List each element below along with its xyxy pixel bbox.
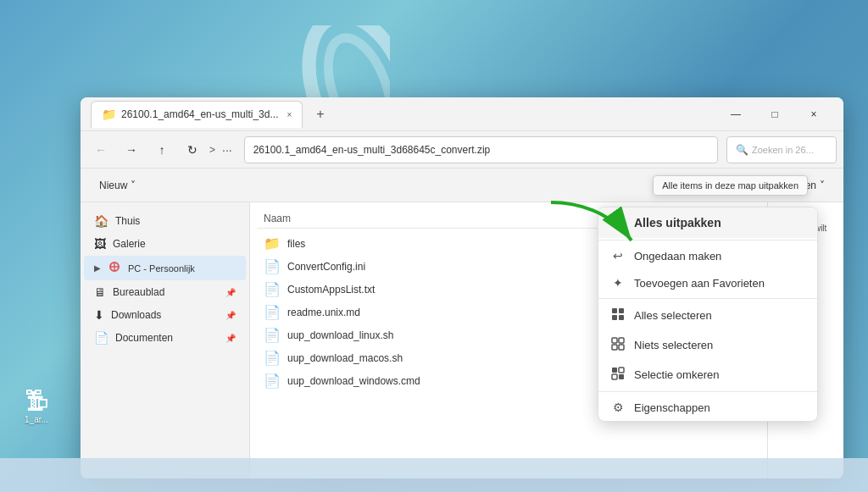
sidebar-label-galerie: Galerie bbox=[113, 238, 146, 250]
sh-file-icon: 📄 bbox=[264, 327, 281, 343]
desktop-icon-sidebar: 🖥 bbox=[94, 285, 106, 299]
sidebar-item-bureaublad[interactable]: 🖥 Bureaublad 📌 bbox=[84, 281, 246, 303]
file-name-readme: 📄 readme.unix.md bbox=[264, 304, 482, 320]
back-button[interactable]: ← bbox=[87, 136, 114, 163]
file-name-windows: 📄 uup_download_windows.cmd bbox=[264, 373, 482, 389]
sort-chevron: ˅ bbox=[820, 180, 825, 191]
desktop-file-icon[interactable]: 🗜 1_ar... bbox=[7, 387, 66, 424]
sidebar-label-bureaublad: Bureaublad bbox=[113, 286, 164, 298]
file-label-linux: uup_download_linux.sh bbox=[287, 329, 393, 341]
window-controls: — □ × bbox=[716, 101, 833, 128]
sidebar: 🏠 Thuis 🖼 Galerie ▶ bbox=[81, 202, 250, 478]
svg-rect-7 bbox=[612, 338, 617, 343]
menu-item-alles-selecteren[interactable]: Alles selecteren bbox=[598, 301, 817, 330]
menu-divider-3 bbox=[598, 391, 817, 392]
sidebar-item-galerie[interactable]: 🖼 Galerie bbox=[84, 233, 246, 255]
tab-close-button[interactable]: × bbox=[287, 110, 292, 119]
sh-macos-file-icon: 📄 bbox=[264, 350, 281, 366]
title-bar: 📁 26100.1_amd64_en-us_multi_3d... × + — … bbox=[81, 97, 843, 131]
file-name-linux: 📄 uup_download_linux.sh bbox=[264, 327, 482, 343]
file-label-macos: uup_download_macos.sh bbox=[287, 352, 403, 364]
file-label-convertconfig: ConvertConfig.ini bbox=[287, 261, 365, 273]
new-chevron: ˅ bbox=[131, 180, 136, 191]
sidebar-label-downloads: Downloads bbox=[111, 309, 161, 321]
svg-rect-6 bbox=[619, 315, 624, 320]
ini-file-icon: 📄 bbox=[264, 258, 281, 274]
downloads-icon: ⬇ bbox=[94, 308, 104, 322]
menu-label-alles-uitpakken: Alles uitpakken bbox=[634, 216, 721, 229]
forward-button[interactable]: → bbox=[118, 136, 145, 163]
documents-icon: 📄 bbox=[94, 331, 108, 345]
desktop: 🗜 1_ar... 📁 26100.1_amd64_en-us_multi_3d… bbox=[0, 0, 868, 492]
file-label-customapps: CustomAppsList.txt bbox=[287, 284, 375, 296]
menu-label-favorieten: Toevoegen aan Favorieten bbox=[634, 277, 765, 290]
context-menu: 📦 Alles uitpakken ↩ Ongedaan maken ✦ Toe… bbox=[598, 207, 818, 422]
menu-item-niets-selecteren[interactable]: Niets selecteren bbox=[598, 330, 817, 360]
svg-rect-14 bbox=[619, 374, 624, 379]
tooltip: Alle items in deze map uitpakken bbox=[653, 175, 808, 196]
svg-rect-12 bbox=[619, 368, 624, 373]
svg-rect-8 bbox=[619, 338, 624, 343]
file-name-convertconfig: 📄 ConvertConfig.ini bbox=[264, 258, 482, 274]
search-bar[interactable]: 🔍 Zoeken in 26... bbox=[726, 136, 837, 163]
command-bar: Nieuw ˅ Sorteren ˅ Alle items in deze ma… bbox=[81, 169, 843, 202]
taskbar bbox=[0, 458, 868, 492]
pin-icon-documenten: 📌 bbox=[225, 334, 236, 343]
menu-item-selectie-omkeren[interactable]: Selectie omkeren bbox=[598, 360, 817, 390]
svg-rect-10 bbox=[619, 345, 624, 350]
sidebar-item-thuis[interactable]: 🏠 Thuis bbox=[84, 210, 246, 232]
maximize-button[interactable]: □ bbox=[755, 101, 794, 128]
toolbar: ← → ↑ ↻ > ··· 26100.1_amd64_en-us_multi_… bbox=[81, 131, 843, 169]
new-button[interactable]: Nieuw ˅ bbox=[91, 174, 144, 197]
menu-item-ongedaan[interactable]: ↩ Ongedaan maken bbox=[598, 242, 817, 269]
select-none-icon bbox=[610, 337, 626, 353]
breadcrumb-chevron: > bbox=[209, 144, 215, 156]
menu-item-eigenschappen[interactable]: ⚙ Eigenschappen bbox=[598, 394, 817, 421]
explorer-tab[interactable]: 📁 26100.1_amd64_en-us_multi_3d... × bbox=[91, 101, 303, 128]
expand-icon: ▶ bbox=[94, 263, 101, 273]
more-button[interactable]: ··· bbox=[219, 140, 236, 160]
home-icon: 🏠 bbox=[94, 214, 108, 228]
minimize-button[interactable]: — bbox=[716, 101, 755, 128]
svg-rect-13 bbox=[612, 374, 617, 379]
pc-icon bbox=[108, 260, 121, 276]
file-label-windows: uup_download_windows.cmd bbox=[287, 375, 420, 387]
refresh-button[interactable]: ↻ bbox=[179, 136, 206, 163]
svg-rect-4 bbox=[619, 308, 624, 313]
menu-label-eigenschappen: Eigenschappen bbox=[634, 401, 710, 414]
address-bar[interactable]: 26100.1_amd64_en-us_multi_3d68645c_conve… bbox=[244, 136, 718, 163]
file-label-readme: readme.unix.md bbox=[287, 307, 360, 318]
pin-icon-bureaublad: 📌 bbox=[225, 288, 236, 297]
properties-icon: ⚙ bbox=[610, 401, 626, 414]
search-placeholder: Zoeken in 26... bbox=[752, 145, 814, 155]
file-name-macos: 📄 uup_download_macos.sh bbox=[264, 350, 482, 366]
file-label-files: files bbox=[287, 238, 305, 250]
menu-label-alles-selecteren: Alles selecteren bbox=[634, 309, 712, 322]
menu-item-alles-uitpakken[interactable]: 📦 Alles uitpakken bbox=[598, 207, 817, 238]
tab-folder-icon: 📁 bbox=[102, 108, 116, 121]
svg-rect-5 bbox=[612, 315, 617, 320]
up-button[interactable]: ↑ bbox=[148, 136, 175, 163]
extract-icon: 📦 bbox=[610, 216, 626, 229]
menu-divider-1 bbox=[598, 240, 817, 240]
svg-rect-11 bbox=[612, 368, 617, 373]
sidebar-item-downloads[interactable]: ⬇ Downloads 📌 bbox=[84, 304, 246, 326]
new-tab-button[interactable]: + bbox=[309, 103, 331, 125]
gallery-icon: 🖼 bbox=[94, 237, 106, 251]
menu-item-favorieten[interactable]: ✦ Toevoegen aan Favorieten bbox=[598, 269, 817, 296]
txt-file-icon: 📄 bbox=[264, 281, 281, 297]
menu-label-selectie-omkeren: Selectie omkeren bbox=[634, 368, 719, 381]
md-file-icon: 📄 bbox=[264, 304, 281, 320]
file-name-files: 📁 files bbox=[264, 235, 482, 252]
sidebar-item-pc[interactable]: ▶ PC - Persoonlijk bbox=[84, 256, 246, 280]
sidebar-item-documenten[interactable]: 📄 Documenten 📌 bbox=[84, 327, 246, 349]
explorer-window: 📁 26100.1_amd64_en-us_multi_3d... × + — … bbox=[81, 97, 843, 478]
svg-rect-9 bbox=[612, 345, 617, 350]
sidebar-label-pc: PC - Persoonlijk bbox=[128, 263, 195, 274]
invert-selection-icon bbox=[610, 367, 626, 383]
folder-icon: 📁 bbox=[264, 235, 281, 252]
sidebar-label-thuis: Thuis bbox=[115, 215, 140, 227]
sidebar-label-documenten: Documenten bbox=[115, 332, 173, 344]
close-button[interactable]: × bbox=[794, 101, 833, 128]
undo-icon: ↩ bbox=[610, 249, 626, 263]
